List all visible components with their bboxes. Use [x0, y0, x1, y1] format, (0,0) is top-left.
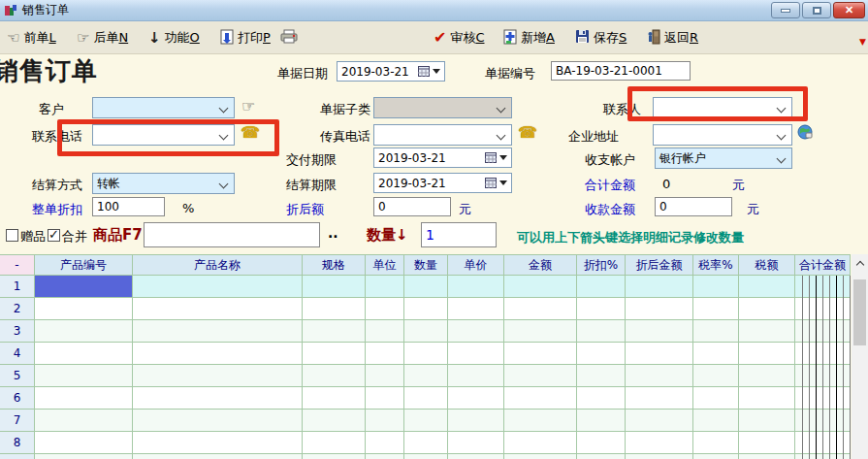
- table-cell[interactable]: [626, 343, 693, 365]
- row-number[interactable]: 6: [0, 387, 35, 410]
- table-cell[interactable]: [366, 410, 404, 432]
- table-cell[interactable]: [626, 410, 693, 432]
- table-cell[interactable]: [693, 410, 739, 432]
- table-cell[interactable]: [133, 365, 303, 387]
- table-cell[interactable]: [577, 454, 626, 459]
- row-number[interactable]: 3: [0, 320, 35, 343]
- product-input[interactable]: [144, 222, 320, 247]
- contact-phone-combobox[interactable]: [92, 124, 235, 146]
- close-button[interactable]: ✕: [833, 2, 865, 18]
- table-cell[interactable]: [739, 343, 795, 365]
- table-cell[interactable]: [303, 343, 366, 365]
- column-header[interactable]: 税率%: [693, 254, 739, 276]
- table-cell[interactable]: [504, 298, 577, 320]
- table-cell[interactable]: [133, 410, 303, 432]
- chevron-down-icon[interactable]: [777, 154, 787, 164]
- table-cell[interactable]: [133, 276, 303, 298]
- table-cell[interactable]: [366, 365, 404, 387]
- column-header[interactable]: 税额: [739, 254, 795, 276]
- table-cell[interactable]: [448, 454, 504, 459]
- table-cell[interactable]: [795, 410, 851, 432]
- delivery-date-picker-button[interactable]: [481, 149, 510, 166]
- table-cell[interactable]: [35, 387, 133, 410]
- company-address-combobox[interactable]: [653, 124, 792, 146]
- next-order-button[interactable]: ☞ 后单N: [74, 26, 131, 49]
- table-cell[interactable]: [504, 320, 577, 343]
- table-cell[interactable]: [693, 454, 739, 459]
- column-header[interactable]: 数量: [404, 254, 448, 276]
- table-cell[interactable]: [626, 276, 693, 298]
- phone-icon[interactable]: ☎: [518, 125, 537, 141]
- table-cell[interactable]: [577, 343, 626, 365]
- row-number[interactable]: 1: [0, 276, 35, 298]
- table-cell[interactable]: [448, 387, 504, 410]
- fax-phone-combobox[interactable]: [373, 124, 512, 146]
- table-cell[interactable]: [795, 365, 851, 387]
- table-cell[interactable]: [303, 365, 366, 387]
- table-cell[interactable]: [739, 432, 795, 454]
- column-header[interactable]: 规格: [303, 254, 366, 276]
- row-number[interactable]: [0, 454, 35, 459]
- table-cell[interactable]: [303, 276, 366, 298]
- chevron-down-icon[interactable]: [219, 104, 229, 114]
- phone-icon[interactable]: ☎: [241, 125, 260, 141]
- table-cell[interactable]: [739, 454, 795, 459]
- table-cell[interactable]: [35, 365, 133, 387]
- table-cell[interactable]: [303, 410, 366, 432]
- table-cell[interactable]: [504, 454, 577, 459]
- table-cell[interactable]: [577, 432, 626, 454]
- table-cell[interactable]: [133, 298, 303, 320]
- table-cell[interactable]: [448, 298, 504, 320]
- add-button[interactable]: 新增A: [500, 26, 558, 49]
- settle-method-combobox[interactable]: 转帐: [92, 173, 235, 194]
- column-header[interactable]: 产品编号: [35, 254, 133, 276]
- row-number[interactable]: 8: [0, 432, 35, 454]
- table-cell[interactable]: [303, 387, 366, 410]
- chevron-down-icon[interactable]: [497, 104, 506, 114]
- column-header[interactable]: 单价: [448, 254, 504, 276]
- payment-account-combobox[interactable]: 银行帐户: [655, 148, 792, 169]
- table-cell[interactable]: [739, 298, 795, 320]
- printer-quick-button[interactable]: [277, 26, 301, 49]
- chevron-down-icon[interactable]: [219, 131, 229, 141]
- table-cell[interactable]: [404, 387, 448, 410]
- table-cell[interactable]: [504, 276, 577, 298]
- table-cell[interactable]: [577, 276, 626, 298]
- table-cell[interactable]: [739, 365, 795, 387]
- table-cell[interactable]: [303, 320, 366, 343]
- table-cell[interactable]: [366, 454, 404, 459]
- prev-order-button[interactable]: ☜ 前单L: [4, 26, 59, 49]
- table-cell[interactable]: [448, 432, 504, 454]
- table-cell[interactable]: [504, 432, 577, 454]
- doc-no-input[interactable]: [551, 61, 691, 81]
- doc-date-field[interactable]: 2019-03-21: [337, 61, 445, 82]
- table-cell[interactable]: [35, 298, 133, 320]
- table-cell[interactable]: [448, 410, 504, 432]
- table-cell[interactable]: [693, 343, 739, 365]
- table-cell[interactable]: [35, 432, 133, 454]
- chevron-down-icon[interactable]: [777, 104, 787, 114]
- table-cell[interactable]: [626, 298, 693, 320]
- customer-combobox[interactable]: [92, 97, 235, 118]
- chevron-down-icon[interactable]: [219, 180, 229, 189]
- delivery-deadline-field[interactable]: 2019-03-21: [373, 148, 512, 168]
- table-cell[interactable]: [404, 343, 448, 365]
- table-cell[interactable]: [404, 298, 448, 320]
- doc-date-picker-button[interactable]: [414, 63, 443, 80]
- table-cell[interactable]: [739, 410, 795, 432]
- table-cell[interactable]: [404, 410, 448, 432]
- row-number[interactable]: 5: [0, 365, 35, 387]
- table-cell[interactable]: [577, 298, 626, 320]
- table-cell[interactable]: [626, 432, 693, 454]
- table-cell[interactable]: [626, 454, 693, 459]
- table-cell[interactable]: [35, 454, 133, 459]
- column-header[interactable]: -: [0, 254, 35, 276]
- merge-checkbox[interactable]: [48, 229, 60, 242]
- table-cell[interactable]: [366, 387, 404, 410]
- table-cell[interactable]: [795, 320, 851, 343]
- column-header[interactable]: 合计金额: [795, 254, 851, 276]
- table-cell[interactable]: [626, 320, 693, 343]
- settle-deadline-field[interactable]: 2019-03-21: [373, 173, 512, 193]
- table-cell[interactable]: [795, 343, 851, 365]
- table-cell[interactable]: [303, 454, 366, 459]
